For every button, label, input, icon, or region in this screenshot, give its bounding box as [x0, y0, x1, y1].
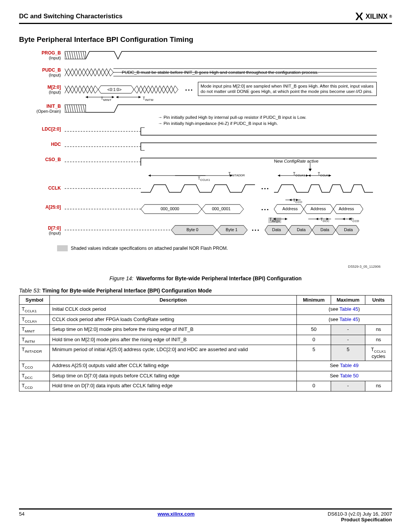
configrate-arrow	[308, 163, 316, 173]
cclk-arrows	[65, 172, 377, 180]
page-footer: 54 www.xilinx.com DS610-3 (v2.0) July 16…	[19, 508, 392, 522]
table-header-row: Symbol Description Minimum Maximum Units	[19, 296, 392, 305]
svg-marker-34	[273, 218, 276, 220]
footer-doc: DS610-3 (v2.0) July 16, 2007Product Spec…	[328, 511, 392, 522]
table-row: TCCLKnCCLK clock period after FPGA loads…	[19, 315, 392, 325]
note-init-low: → Pin initially pulled High by internal …	[158, 115, 306, 120]
sig-init-b: INIT_B	[46, 104, 61, 109]
page-header: DC and Switching Characteristics XILINX®	[19, 11, 392, 24]
svg-rect-1	[65, 51, 86, 59]
wave-hdc	[65, 142, 377, 152]
sig-a25: A[25:0]	[45, 204, 61, 210]
table-row: TMINITSetup time on M[2:0] mode pins bef…	[19, 325, 392, 335]
diagram-id: DS529-3_05_112906	[348, 265, 381, 268]
wave-cclk	[65, 182, 377, 195]
shaded-legend: Shaded values indicate specifications on…	[57, 245, 384, 251]
brand-logo: XILINX®	[354, 11, 392, 21]
table-row: TCCLK1Initial CCLK clock period(see Tabl…	[19, 305, 392, 315]
section-heading: Byte Peripheral Interface BPI Configurat…	[19, 35, 392, 44]
wave-cso-b	[65, 157, 377, 167]
page-number: 54	[19, 511, 24, 522]
sig-ldc: LDC[2:0]	[42, 126, 61, 132]
note-init-hiz: → Pin initially high-impedance (Hi-Z) if…	[158, 121, 278, 126]
tcco-arrow	[65, 197, 377, 203]
arrows-minit	[65, 94, 198, 100]
registered-mark: ®	[389, 14, 392, 19]
wave-prog-b	[65, 51, 377, 62]
shaded-swatch	[57, 245, 68, 251]
table-caption: Table 53: Timing for Byte-wide Periphera…	[19, 288, 392, 294]
m-value: <0:1:0>	[107, 87, 121, 93]
table-row: TINITMHold time on M[2:0] mode pins afte…	[19, 335, 392, 345]
svg-marker-37	[316, 218, 318, 220]
svg-marker-5	[86, 96, 88, 98]
header-title: DC and Switching Characteristics	[19, 13, 123, 20]
xilinx-icon	[354, 11, 364, 21]
svg-marker-6	[112, 96, 114, 98]
svg-marker-35	[285, 218, 287, 220]
t-cclkn: TCCLKn	[318, 172, 330, 177]
svg-rect-10	[65, 105, 86, 112]
svg-marker-24	[306, 174, 308, 177]
svg-marker-41	[349, 218, 352, 220]
svg-marker-38	[327, 218, 329, 220]
table-row: TINITADDRMinimum period of initial A[25:…	[19, 345, 392, 361]
table-row: TCCDHold time on D[7:0] data inputs afte…	[19, 381, 392, 391]
table-row: TDCCSetup time on D[7:0] data inputs bef…	[19, 371, 392, 381]
svg-marker-19	[148, 174, 151, 177]
t-cclk1-a: TCCLK1	[198, 176, 210, 182]
sig-prog-b: PROG_B	[41, 50, 61, 56]
note-mode: Mode input pins M[2:0] are sampled when …	[198, 82, 377, 96]
svg-marker-31	[296, 199, 298, 201]
svg-marker-8	[116, 96, 118, 98]
sig-pudc-b: PUDC_B	[42, 67, 61, 73]
sig-hdc: HDC	[51, 142, 61, 147]
sig-d7: D[7:0]	[48, 225, 61, 231]
figure-caption: Figure 14: Waveforms for Byte-wide Perip…	[19, 275, 392, 281]
t-cclk1-b: TCCLK1	[293, 172, 305, 177]
svg-marker-9	[139, 96, 141, 98]
timing-table: Symbol Description Minimum Maximum Units…	[19, 295, 392, 391]
svg-marker-30	[289, 199, 292, 201]
wave-init-b	[65, 104, 377, 115]
timing-diagram: PROG_B(Input) PUDC_B(Input) PUDC_B must …	[34, 51, 384, 272]
wave-ldc	[65, 127, 377, 136]
svg-marker-17	[309, 169, 312, 171]
note-pudc: PUDC_B must be stable before INIT_B goes…	[122, 70, 319, 75]
svg-marker-26	[308, 174, 311, 177]
sig-m20: M[2:0]	[48, 85, 61, 90]
svg-marker-23	[278, 174, 280, 177]
dcc-arrows	[65, 216, 377, 222]
wave-data	[65, 224, 377, 236]
sig-cso-b: CSO_B	[45, 157, 61, 162]
svg-marker-40	[342, 218, 345, 220]
table-row: TCCOAddress A[25:0] outputs valid after …	[19, 361, 392, 371]
sig-cclk: CCLK	[48, 185, 61, 191]
t-initaddr: TINITADDR	[228, 172, 245, 177]
footer-url[interactable]: www.xilinx.com	[158, 511, 194, 522]
